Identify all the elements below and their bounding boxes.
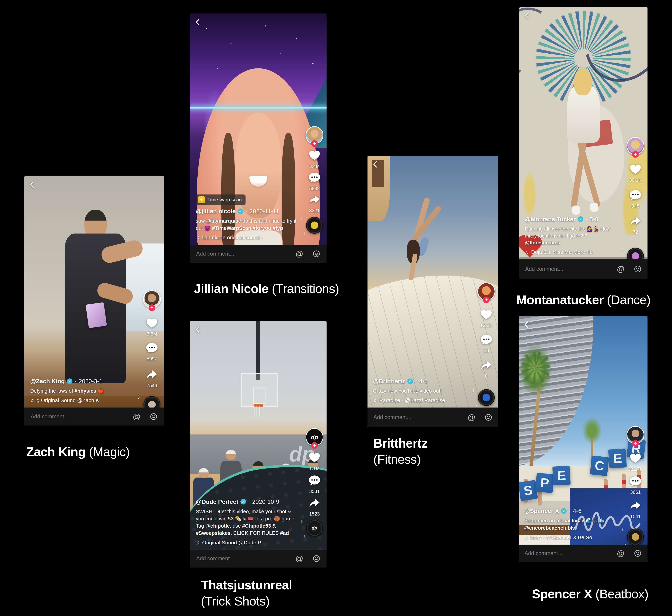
comment-button[interactable]: 5832 [305, 171, 324, 191]
sound-line[interactable]: ♫ lian nicole original sound - [196, 234, 299, 240]
sound-line[interactable]: ♫ Doja Cat Kiss Me More (fe [525, 249, 619, 255]
add-comment-bar[interactable]: Add comment... @ [367, 408, 498, 427]
share-button[interactable]: 72 [626, 214, 645, 235]
emoji-icon[interactable] [312, 250, 320, 258]
add-comment-placeholder[interactable]: Add comment... [524, 550, 617, 557]
emoji-icon[interactable] [312, 555, 320, 563]
music-note-icon: ♫ [196, 540, 200, 546]
comment-button[interactable]: 3661 [626, 475, 645, 495]
sound-line[interactable]: ♫ Original Sound @Dude P [196, 540, 299, 546]
sound-disc-button[interactable]: ♪ ♪ dp [305, 520, 324, 537]
share-button[interactable]: 7546 [142, 368, 162, 389]
username-line[interactable]: @Britthertz ✓ · 4-5 [373, 378, 470, 385]
verified-badge-icon: ✓ [240, 499, 246, 505]
add-comment-bar[interactable]: Add comment... @ [190, 550, 327, 568]
back-icon[interactable] [28, 181, 36, 189]
like-button[interactable]: 3.6M [142, 316, 162, 337]
creator-avatar[interactable]: + [305, 126, 324, 144]
comment-bubble-icon [480, 333, 493, 346]
tiktok-player-zach-king: + 3.6M 5997 7546 ♪ ♪ @Zach King ✓ · 2020… [24, 176, 164, 426]
sound-line[interactable]: ♫ body - @Spencer X Be So [524, 534, 619, 540]
mention-icon[interactable]: @ [295, 554, 303, 563]
back-icon[interactable] [523, 321, 531, 329]
username-line[interactable]: @Zach King ✓ · 2020-3-1 [30, 378, 136, 385]
creator-avatar[interactable]: dp + [305, 428, 324, 446]
follow-plus-button[interactable]: + [149, 304, 155, 311]
comment-button[interactable]: 50 [477, 333, 496, 354]
add-comment-placeholder[interactable]: Add comment... [373, 414, 468, 421]
like-button[interactable]: 3.4M [305, 149, 324, 169]
mention-icon[interactable]: @ [617, 549, 625, 558]
share-count: 3321 [309, 208, 320, 213]
add-comment-placeholder[interactable]: Add comment... [525, 266, 617, 272]
caption-block: ✦ Time warp scan @jillian nicole ✓ · 202… [196, 194, 299, 240]
follow-plus-button[interactable]: + [632, 151, 639, 158]
follow-plus-button[interactable]: + [311, 140, 318, 147]
username-line[interactable]: @Spencer X ✓ · 4-6 [524, 508, 619, 514]
emoji-icon[interactable] [150, 413, 158, 421]
sound-line[interactable]: ♫ Paradise - @Bazzi Paradise [373, 397, 470, 403]
mention-icon[interactable]: @ [133, 412, 141, 421]
comment-button[interactable]: 348 [626, 188, 645, 209]
net-still [254, 406, 262, 417]
levitating-phone-still [86, 302, 107, 328]
emoji-icon[interactable] [634, 265, 642, 273]
disc-art [478, 389, 495, 406]
sound-disc-button[interactable]: ♪ ♪ [626, 529, 645, 545]
back-icon[interactable] [194, 18, 202, 26]
mention-icon[interactable]: @ [617, 265, 625, 273]
share-button[interactable]: 3321 [305, 193, 324, 213]
comment-count: 3531 [309, 489, 320, 494]
sound-title: g Original Sound @Zach K [37, 397, 99, 403]
comment-button[interactable]: 5997 [142, 341, 162, 362]
back-icon[interactable] [371, 160, 379, 168]
creator-avatar[interactable]: + [142, 290, 162, 308]
add-comment-bar[interactable]: Add comment... @ [24, 408, 164, 426]
disc-brand-text: dp [312, 525, 317, 531]
effect-badge[interactable]: ✦ Time warp scan [196, 194, 246, 205]
back-icon[interactable] [523, 12, 531, 20]
username-line[interactable]: @Dude Perfect ✓ · 2020-10-9 [196, 498, 299, 505]
sound-disc-button[interactable]: ♪ ♪ [477, 389, 496, 406]
card-label-spencer-x: Spencer X (Beatbox) [532, 587, 648, 601]
creator-avatar[interactable]: + [626, 137, 645, 155]
comment-count: 5832 [309, 186, 320, 191]
add-comment-bar[interactable]: Add comment... @ [190, 245, 327, 263]
comment-button[interactable]: 3531 [305, 474, 324, 494]
sound-line[interactable]: ♫ g Original Sound @Zach K [30, 397, 136, 403]
share-button[interactable]: 1523 [305, 496, 324, 517]
add-comment-placeholder[interactable]: Add comment... [196, 555, 295, 562]
follow-plus-button[interactable]: + [483, 296, 490, 303]
verified-badge-icon: ✓ [561, 508, 567, 514]
effect-name: Time warp scan [207, 197, 242, 202]
emoji-icon[interactable] [484, 413, 492, 421]
add-comment-bar[interactable]: Add comment... @ [519, 545, 647, 562]
effect-sparkle-icon: ✦ [198, 196, 205, 203]
add-comment-placeholder[interactable]: Add comment... [196, 251, 295, 257]
share-button[interactable]: 8 [477, 359, 496, 379]
follow-plus-button[interactable]: + [311, 442, 318, 449]
creator-avatar[interactable]: + [626, 426, 645, 444]
username: @Zach King [30, 378, 65, 385]
like-button[interactable]: 30.1K [626, 162, 645, 183]
creator-avatar[interactable]: + [477, 282, 496, 300]
follow-plus-button[interactable]: + [632, 440, 639, 447]
caption-block: @Spencer X ✓ · 4-6 Performed on a boat t… [524, 508, 619, 540]
share-count: 1041 [630, 514, 641, 519]
username-line[interactable]: @Montana Tucker ✓ · 5-8 [525, 216, 619, 223]
like-button[interactable]: 13.3K [477, 308, 496, 328]
card-label-zach-king: Zach King (Magic) [26, 445, 130, 459]
like-button[interactable]: 1.1M [305, 451, 324, 471]
spencer-letter-card: P [535, 473, 554, 493]
share-button[interactable]: 1041 [626, 499, 645, 519]
sound-disc-button[interactable]: ♪ ♪ [305, 217, 324, 234]
add-comment-bar[interactable]: Add comment... @ [519, 259, 647, 279]
back-icon[interactable] [194, 326, 202, 334]
emoji-icon[interactable] [634, 549, 642, 557]
mention-icon[interactable]: @ [468, 413, 475, 422]
like-button[interactable]: 382.7K [626, 452, 645, 472]
username-line[interactable]: @jillian nicole ✓ · 2020-11-11 [196, 208, 299, 214]
mention-icon[interactable]: @ [295, 249, 303, 258]
add-comment-placeholder[interactable]: Add comment... [31, 414, 133, 420]
username: @Spencer X [524, 508, 559, 514]
